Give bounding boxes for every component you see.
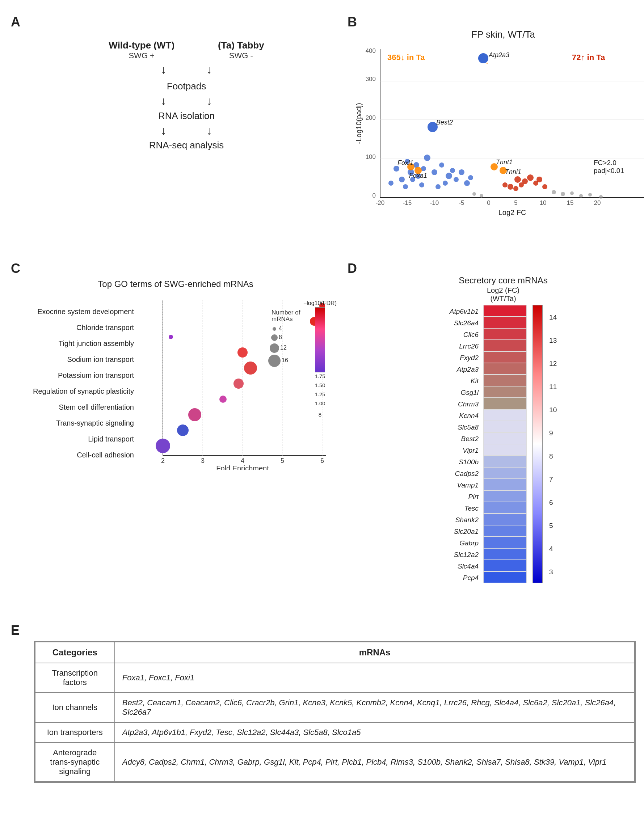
svg-point-99 xyxy=(188,408,201,421)
volcano-svg-wrap: -Log10(padj) Log2 FC -20 -15 -10 -5 0 5 … xyxy=(355,42,644,223)
ta-col: (Ta) Tabby SWG - xyxy=(218,40,264,60)
ta-title: (Ta) Tabby xyxy=(218,40,264,51)
gene-label-2: Clic6 xyxy=(449,329,481,340)
svg-text:8: 8 xyxy=(279,334,282,340)
svg-point-63 xyxy=(537,177,542,182)
svg-text:Best2: Best2 xyxy=(436,119,453,126)
svg-point-101 xyxy=(156,439,170,453)
svg-text:400: 400 xyxy=(366,47,376,54)
volcano-plot: -Log10(padj) Log2 FC -20 -15 -10 -5 0 5 … xyxy=(355,42,644,223)
gene-label-7: Gsg1l xyxy=(449,387,481,398)
svg-point-33 xyxy=(450,168,455,173)
heatmap-cell-13 xyxy=(483,456,527,467)
heatmap-cell-11 xyxy=(483,433,527,444)
svg-text:-15: -15 xyxy=(403,199,412,206)
svg-text:0: 0 xyxy=(372,192,376,199)
svg-text:200: 200 xyxy=(366,114,376,121)
heatmap-tick-8: 6 xyxy=(548,491,557,514)
svg-text:-20: -20 xyxy=(376,199,385,206)
svg-text:0: 0 xyxy=(487,199,490,206)
flow-arrows-row-3: ↓ ↓ xyxy=(161,123,212,138)
svg-point-56 xyxy=(507,184,513,190)
svg-point-35 xyxy=(454,177,459,182)
svg-point-36 xyxy=(459,169,465,175)
arrow-ta-1: ↓ xyxy=(206,63,212,76)
go-label-8: Lipid transport xyxy=(14,431,138,447)
heatmap-cell-5 xyxy=(483,363,527,375)
go-label-1: Chloride transport xyxy=(14,320,138,336)
svg-point-71 xyxy=(599,195,603,199)
svg-text:Tnni1: Tnni1 xyxy=(505,168,521,176)
svg-text:72↑ in Ta: 72↑ in Ta xyxy=(572,53,605,62)
heatmap-title: Secretory core mRNAs xyxy=(459,275,547,285)
panel-b-label: B xyxy=(347,14,357,30)
gene-label-12: Vipr1 xyxy=(449,445,481,456)
svg-text:6: 6 xyxy=(320,457,324,464)
heatmap-cell-2 xyxy=(483,328,527,340)
heatmap-tick-7: 7 xyxy=(548,468,557,491)
heatmap-cell-23 xyxy=(483,571,527,583)
panel-a: A Wild-type (WT) SWG + (Ta) Tabby SWG - … xyxy=(7,11,344,257)
heatmap-cell-22 xyxy=(483,560,527,571)
svg-point-41 xyxy=(403,184,408,189)
panel-a-label: A xyxy=(11,14,20,30)
heatmap-tick-10: 4 xyxy=(548,538,557,561)
gene-label-21: Slc12a2 xyxy=(449,549,481,561)
heatmap-colorbar xyxy=(532,305,543,583)
svg-point-97 xyxy=(234,378,243,389)
wt-title: Wild-type (WT) xyxy=(108,40,174,51)
svg-text:300: 300 xyxy=(366,76,376,83)
svg-point-42 xyxy=(388,180,394,186)
heatmap-container: Secretory core mRNAs Log2 (FC) (WT/Ta) A… xyxy=(347,275,644,585)
svg-text:Tnnt1: Tnnt1 xyxy=(496,158,513,166)
gene-label-9: Kcnn4 xyxy=(449,410,481,422)
svg-text:Atp2a3: Atp2a3 xyxy=(488,52,509,59)
svg-text:FC>2.0: FC>2.0 xyxy=(594,159,616,166)
heatmap-right-ticks: 14131211109876543 xyxy=(545,305,557,585)
svg-text:4: 4 xyxy=(241,457,244,464)
panel-e-label: E xyxy=(11,623,20,638)
gene-label-13: S100b xyxy=(449,456,481,468)
arrow-wt-1: ↓ xyxy=(161,63,166,76)
svg-text:-Log10(padj): -Log10(padj) xyxy=(355,103,363,144)
heatmap-cell-1 xyxy=(483,317,527,328)
heatmap-gene-labels: Atp6v1b1Slc26a4Clic6Lrrc26Fxyd2Atp2a3Kit… xyxy=(449,305,481,585)
svg-text:-5: -5 xyxy=(459,199,464,206)
svg-point-37 xyxy=(419,182,424,187)
svg-point-96 xyxy=(244,362,257,375)
gene-label-15: Vamp1 xyxy=(449,480,481,491)
svg-point-39 xyxy=(464,180,470,186)
gene-label-3: Lrrc26 xyxy=(449,340,481,352)
panel-d-label: D xyxy=(347,261,357,276)
svg-point-65 xyxy=(542,184,547,189)
panel-b: B FP skin, WT/Ta -Log10(padj) Log2 FC -2… xyxy=(344,11,644,257)
svg-point-64 xyxy=(503,182,507,187)
table-row-0: Transcription factorsFoxa1, Foxc1, Foxi1 xyxy=(35,663,635,693)
panel-d: D Secretory core mRNAs Log2 (FC) (WT/Ta)… xyxy=(344,257,644,619)
svg-text:padj<0.01: padj<0.01 xyxy=(594,167,624,174)
heatmap-tick-5: 9 xyxy=(548,422,557,445)
svg-point-95 xyxy=(237,347,248,358)
heatmap-tick-3: 11 xyxy=(548,375,557,398)
col-categories: Categories xyxy=(35,642,115,663)
svg-point-70 xyxy=(588,193,592,196)
svg-point-32 xyxy=(446,172,452,179)
heatmap-tick-1: 13 xyxy=(548,329,557,352)
arrow-wt-2: ↓ xyxy=(161,94,166,108)
svg-point-67 xyxy=(561,192,565,196)
svg-text:-10: -10 xyxy=(430,199,439,206)
category-cell-3: Anterograde trans-synaptic signaling xyxy=(35,743,115,782)
svg-text:Fold Enrichment: Fold Enrichment xyxy=(216,464,269,470)
heatmap-cell-9 xyxy=(483,409,527,421)
heatmap-cell-16 xyxy=(483,490,527,502)
svg-text:Foxa1: Foxa1 xyxy=(409,172,427,179)
categories-table: Categories mRNAs Transcription factorsFo… xyxy=(35,641,635,782)
svg-text:10: 10 xyxy=(540,199,547,206)
gene-label-16: Pirt xyxy=(449,491,481,503)
panel-c: C Top GO terms of SWG-enriched mRNAs Exo… xyxy=(7,257,344,619)
step3: RNA-seq analysis xyxy=(149,140,224,151)
panel-e: E Categories mRNAs Transcription factors… xyxy=(7,619,644,817)
svg-text:4: 4 xyxy=(279,325,282,331)
panel-a-content: Wild-type (WT) SWG + (Ta) Tabby SWG - ↓ … xyxy=(18,29,333,152)
svg-point-69 xyxy=(579,194,583,198)
